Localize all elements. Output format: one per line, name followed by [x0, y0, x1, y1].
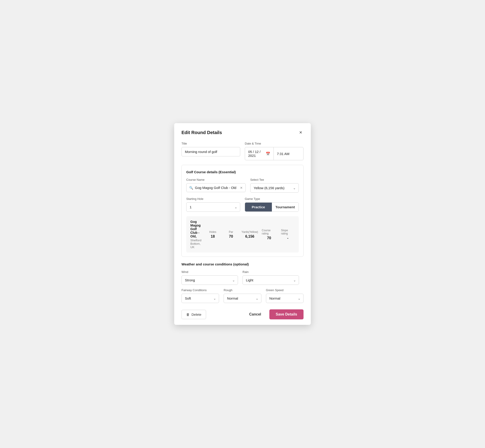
chevron-down-icon-hole: ⌄: [234, 205, 237, 209]
tournament-button[interactable]: Tournament: [272, 203, 299, 211]
clear-course-icon[interactable]: ✕: [240, 186, 243, 190]
footer-row: 🗑 Delete Cancel Save Details: [181, 309, 304, 319]
fairway-dropdown[interactable]: Soft ⌄: [181, 294, 219, 303]
wind-label: Wind: [181, 270, 238, 274]
course-info-location: Shelford Bottom, UK: [190, 239, 201, 249]
wind-value: Strong: [185, 278, 195, 282]
game-type-group: Game Type Practice Tournament: [245, 197, 299, 212]
fairway-label: Fairway Conditions: [181, 288, 219, 292]
stat-par: Par 70: [224, 230, 238, 239]
yards-value: 6,156: [245, 234, 254, 239]
rough-group: Rough Normal ⌄: [224, 288, 261, 303]
green-speed-group: Green Speed Normal ⌄: [266, 288, 304, 303]
search-icon: 🔍: [189, 186, 193, 190]
holes-label: Holes: [209, 230, 216, 233]
course-info-box: Gog Magog Golf Club - Old, Shelford Bott…: [186, 216, 299, 252]
game-type-label: Game Type: [245, 197, 299, 200]
stat-holes: Holes 18: [206, 230, 219, 239]
starting-hole-value: 1: [190, 205, 192, 209]
hole-gametype-row: Starting Hole 1 ⌄ Game Type Practice Tou…: [186, 197, 299, 212]
date-value: 05 / 12 / 2021: [248, 150, 266, 158]
holes-value: 18: [211, 234, 215, 239]
chevron-down-icon: ⌄: [293, 186, 296, 190]
green-speed-value: Normal: [269, 296, 280, 300]
starting-hole-label: Starting Hole: [186, 197, 240, 200]
edit-round-modal: Edit Round Details × Title Date & Time 0…: [174, 123, 311, 325]
slope-rating-label: Slope rating: [281, 229, 295, 235]
title-input[interactable]: [181, 147, 240, 156]
select-tee-value: Yellow (6,156 yards): [254, 186, 284, 190]
select-tee-dropdown[interactable]: Yellow (6,156 yards) ⌄: [250, 183, 299, 192]
weather-section-title: Weather and course conditions (optional): [181, 262, 304, 266]
title-group: Title: [181, 142, 240, 160]
course-tee-row: Course Name 🔍 ✕ Select Tee Yellow (6,156…: [186, 178, 299, 192]
datetime-group: Date & Time 05 / 12 / 2021 📅 7:31 AM: [245, 142, 304, 160]
starting-hole-group: Starting Hole 1 ⌄: [186, 197, 240, 212]
course-rating-value: 70: [267, 236, 271, 240]
rough-value: Normal: [227, 296, 238, 300]
footer-right: Cancel Save Details: [245, 309, 304, 319]
fairway-group: Fairway Conditions Soft ⌄: [181, 288, 219, 303]
chevron-rain-icon: ⌄: [293, 278, 296, 282]
weather-section: Weather and course conditions (optional)…: [181, 262, 304, 303]
date-part[interactable]: 05 / 12 / 2021 📅: [245, 147, 274, 160]
delete-label: Delete: [192, 312, 201, 316]
time-part[interactable]: 7:31 AM: [274, 147, 303, 160]
rough-label: Rough: [224, 288, 261, 292]
calendar-icon: 📅: [266, 152, 270, 156]
chevron-wind-icon: ⌄: [232, 278, 235, 282]
stat-course-rating: Course rating 70: [262, 229, 277, 240]
title-datetime-row: Title Date & Time 05 / 12 / 2021 📅 7:31 …: [181, 142, 304, 160]
green-speed-label: Green Speed: [266, 288, 304, 292]
wind-dropdown[interactable]: Strong ⌄: [181, 275, 238, 285]
rough-dropdown[interactable]: Normal ⌄: [224, 294, 261, 303]
rain-value: Light: [246, 278, 253, 282]
golf-course-section: Golf Course details (Essential) Course N…: [181, 165, 304, 257]
close-button[interactable]: ×: [298, 129, 304, 136]
slope-rating-value: -: [287, 236, 288, 240]
stat-slope-rating: Slope rating -: [281, 229, 295, 240]
course-name-input[interactable]: [195, 186, 238, 190]
rain-group: Rain Light ⌄: [242, 270, 299, 285]
green-speed-dropdown[interactable]: Normal ⌄: [266, 294, 304, 303]
par-label: Par: [229, 230, 233, 233]
golf-course-title: Golf Course details (Essential): [186, 170, 299, 174]
course-rating-label: Course rating: [262, 229, 277, 235]
time-value: 7:31 AM: [277, 152, 289, 156]
rain-dropdown[interactable]: Light ⌄: [242, 275, 299, 285]
practice-button[interactable]: Practice: [245, 203, 272, 211]
rain-label: Rain: [242, 270, 299, 274]
chevron-rough-icon: ⌄: [256, 297, 259, 300]
date-time-row: 05 / 12 / 2021 📅 7:31 AM: [245, 147, 304, 160]
stat-yards: Yards(Yellow) 6,156: [242, 230, 257, 239]
course-name-label: Course Name: [186, 178, 246, 181]
fairway-value: Soft: [185, 296, 191, 300]
course-name-group: Course Name 🔍 ✕: [186, 178, 246, 192]
delete-button[interactable]: 🗑 Delete: [181, 310, 206, 319]
select-tee-group: Select Tee Yellow (6,156 yards) ⌄: [250, 178, 299, 192]
wind-rain-row: Wind Strong ⌄ Rain Light ⌄: [181, 270, 304, 285]
chevron-fairway-icon: ⌄: [213, 297, 216, 300]
select-tee-label: Select Tee: [250, 178, 299, 181]
wind-group: Wind Strong ⌄: [181, 270, 238, 285]
trash-icon: 🗑: [186, 312, 190, 316]
game-type-toggle: Practice Tournament: [245, 202, 299, 212]
yards-label: Yards(Yellow): [242, 230, 258, 233]
course-info-name: Gog Magog Golf Club - Old, Shelford Bott…: [190, 220, 201, 249]
course-info-name-text: Gog Magog Golf Club - Old,: [190, 220, 201, 238]
title-label: Title: [181, 142, 240, 145]
par-value: 70: [229, 234, 233, 239]
modal-header: Edit Round Details ×: [181, 129, 304, 136]
starting-hole-dropdown[interactable]: 1 ⌄: [186, 202, 240, 212]
course-name-input-wrapper[interactable]: 🔍 ✕: [186, 183, 246, 192]
modal-title: Edit Round Details: [181, 130, 222, 135]
fairway-rough-green-row: Fairway Conditions Soft ⌄ Rough Normal ⌄…: [181, 288, 304, 303]
cancel-button[interactable]: Cancel: [245, 310, 265, 319]
chevron-green-icon: ⌄: [298, 297, 300, 300]
save-details-button[interactable]: Save Details: [269, 309, 304, 319]
datetime-label: Date & Time: [245, 142, 304, 145]
